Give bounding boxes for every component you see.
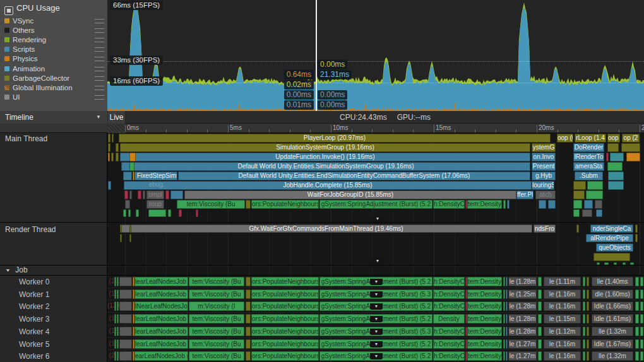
timeline-sample-sliver[interactable] bbox=[165, 190, 169, 199]
timeline-sample-sliver[interactable] bbox=[119, 327, 132, 336]
legend-item-rendering[interactable]: Rendering bbox=[0, 35, 107, 44]
timeline-sample-bar[interactable]: ebug: bbox=[144, 181, 169, 190]
timeline-sample-sliver[interactable] bbox=[608, 181, 624, 190]
timeline-sample-bar[interactable]: ors:PopulateNeighbours bbox=[251, 351, 319, 361]
timeline-sample-bar[interactable]: dle (1.60ms) bbox=[592, 289, 633, 299]
timeline-sample-bar[interactable]: le (1.12m bbox=[544, 327, 581, 336]
timeline-sample-bar[interactable]: tem:Viscosity (Bu bbox=[177, 200, 245, 209]
timeline-sample-bar[interactable]: queObjects bbox=[596, 243, 633, 252]
timeline-sample-sliver[interactable] bbox=[635, 327, 639, 336]
timeline-sample-bar[interactable]: ors:PopulateNeighbours bbox=[251, 277, 319, 286]
timeline-sample-sliver[interactable] bbox=[635, 339, 639, 349]
timeline-sample-bar[interactable]: Present bbox=[532, 162, 556, 171]
timeline-sample-bar[interactable]: h:DensityCa bbox=[433, 277, 465, 286]
timeline-sample-bar[interactable]: tem:Density bbox=[467, 200, 502, 209]
timeline-sample-sliver[interactable] bbox=[593, 253, 630, 261]
legend-item-ui[interactable]: UI bbox=[0, 92, 107, 102]
timeline-sample-bar[interactable]: lRenderTo bbox=[573, 153, 604, 161]
timeline-sample-bar[interactable]: le (1.28m bbox=[508, 327, 537, 336]
timeline-sample-bar[interactable]: ors:PopulateNeighbours bbox=[251, 314, 319, 324]
timeline-sample-bar[interactable]: tem:Viscosity (Bu bbox=[189, 327, 244, 336]
chart-playhead[interactable] bbox=[316, 0, 317, 111]
timeline-sample-bar[interactable]: tem:Viscosity (Bu bbox=[189, 289, 244, 299]
timeline-sample-sliver[interactable] bbox=[635, 301, 639, 311]
timeline-sample-sliver[interactable] bbox=[123, 209, 126, 217]
timeline-sample-sliver[interactable] bbox=[538, 314, 542, 324]
timeline-sample-bar[interactable]: rLoop (1.4 bbox=[575, 134, 606, 143]
timeline-sample-bar[interactable]: ors:PopulateNeighbours bbox=[251, 327, 319, 336]
timeline-sample-sliver[interactable] bbox=[503, 339, 505, 349]
timeline-sample-sliver[interactable] bbox=[506, 314, 508, 324]
timeline-sample-sliver[interactable] bbox=[573, 209, 580, 217]
timeline-sample-bar[interactable]: oop (0 bbox=[607, 134, 620, 143]
timeline-sample-sliver[interactable] bbox=[117, 289, 119, 299]
timeline-sample-sliver[interactable] bbox=[246, 351, 251, 361]
timeline-sample-bar[interactable]: alRenderPipe bbox=[586, 234, 633, 242]
timeline-sample-sliver[interactable] bbox=[148, 209, 166, 217]
timeline-sample-sliver[interactable] bbox=[587, 351, 589, 361]
timeline-sample-sliver[interactable] bbox=[129, 234, 131, 242]
timeline-sample-bar[interactable]: Default World Unity.Entities.SimulationS… bbox=[121, 162, 530, 171]
timeline-sample-sliver[interactable] bbox=[119, 289, 132, 299]
timeline-sample-sliver[interactable] bbox=[196, 209, 198, 217]
timeline-sample-bar[interactable]: gSystem:SpringAdjustment (Burst) (5.2 bbox=[319, 200, 432, 209]
timeline-sample-bar[interactable]: le (1.15m bbox=[544, 314, 581, 324]
collapse-depth-button[interactable]: ▼ bbox=[370, 279, 383, 285]
timeline-sample-bar[interactable]: h:DensityCa bbox=[433, 327, 465, 336]
timeline-sample-bar[interactable]: le (1.27m bbox=[508, 339, 537, 349]
drag-handle-icon[interactable] bbox=[95, 57, 104, 61]
timeline-sample-bar[interactable]: ors:PopulateNeighbours bbox=[251, 200, 319, 209]
timeline-sample-sliver[interactable] bbox=[246, 339, 251, 349]
timeline-sample-bar[interactable]: ors:PopulateNeighbours bbox=[251, 339, 319, 349]
timeline-sample-bar[interactable]: ameraSta bbox=[573, 162, 604, 171]
timeline-sample-bar[interactable]: le (1.16m bbox=[544, 339, 581, 349]
timeline-sample-bar[interactable]: tem:Density bbox=[467, 301, 502, 311]
timeline-sample-sliver[interactable] bbox=[168, 209, 171, 217]
timeline-sample-sliver[interactable] bbox=[112, 134, 114, 143]
timeline-sample-sliver[interactable] bbox=[538, 289, 542, 299]
timeline-sample-bar[interactable]: tem:Density bbox=[467, 277, 502, 286]
timeline-sample-bar[interactable]: ffer.Pl bbox=[516, 190, 534, 199]
collapse-depth-button[interactable]: ▼ bbox=[370, 291, 383, 298]
timeline-sample-bar[interactable]: ompl bbox=[146, 190, 164, 199]
timeline-sample-sliver[interactable] bbox=[114, 339, 116, 349]
collapse-depth-button[interactable]: ▼ bbox=[371, 216, 384, 222]
timeline-sample-sliver[interactable] bbox=[124, 190, 128, 199]
collapse-depth-button[interactable]: ▼ bbox=[370, 329, 383, 335]
timeline-sample-bar[interactable]: atch bbox=[535, 190, 556, 199]
timeline-sample-sliver[interactable] bbox=[573, 190, 585, 199]
timeline-sample-bar[interactable]: ors:PopulateNeighbours ( bbox=[251, 289, 319, 299]
timeline-sample-bar[interactable]: tem:Density bbox=[467, 289, 502, 299]
timeline-sample-sliver[interactable] bbox=[587, 289, 589, 299]
timeline-sample-sliver[interactable] bbox=[635, 225, 638, 233]
job-group-row[interactable]: ▼ Job bbox=[5, 266, 28, 274]
timeline-sample-bar[interactable]: op (2 bbox=[622, 134, 640, 143]
timeline-sample-bar[interactable]: lle (1.40ms bbox=[592, 277, 633, 286]
timeline-sample-sliver[interactable] bbox=[119, 301, 132, 311]
timeline-sample-sliver[interactable] bbox=[583, 301, 585, 311]
timeline-sample-bar[interactable]: Gfx.WaitForGfxCommandsFromMainThread (19… bbox=[120, 225, 532, 233]
timeline-sample-sliver[interactable] bbox=[246, 314, 251, 324]
timeline-sample-sliver[interactable] bbox=[503, 314, 505, 324]
timeline-sample-sliver[interactable] bbox=[573, 181, 586, 190]
timeline-sample-bar[interactable]: tem:Density bbox=[467, 351, 502, 361]
timeline-sample-bar[interactable]: h:DensityCa bbox=[433, 301, 465, 311]
timeline-sample-bar[interactable]: tem:Viscosity (Bu bbox=[189, 277, 244, 286]
timeline-sample-sliver[interactable] bbox=[640, 301, 643, 311]
timeline-sample-sliver[interactable] bbox=[114, 351, 116, 361]
timeline-sample-sliver[interactable] bbox=[583, 351, 585, 361]
timeline-sample-sliver[interactable] bbox=[111, 153, 114, 161]
timeline-sample-sliver[interactable] bbox=[506, 301, 508, 311]
timeline-sample-bar[interactable]: learLeafNodesJob (B bbox=[134, 327, 188, 336]
timeline-sample-bar[interactable]: h:DensityCa bbox=[433, 339, 465, 349]
timeline-sample-sliver[interactable] bbox=[246, 327, 251, 336]
timeline-sample-sliver[interactable] bbox=[125, 200, 130, 209]
timeline-sample-bar[interactable]: lle (1.32m bbox=[592, 327, 633, 336]
timeline-sample-sliver[interactable] bbox=[503, 301, 505, 311]
timeline-sample-sliver[interactable] bbox=[538, 351, 542, 361]
timeline-sample-bar[interactable]: roup bbox=[146, 200, 164, 209]
timeline-sample-sliver[interactable] bbox=[128, 209, 131, 217]
timeline-sample-sliver[interactable] bbox=[586, 190, 603, 199]
timeline-sample-bar[interactable]: oop (0 bbox=[557, 134, 573, 143]
timeline-sample-bar[interactable]: lle (1.32m bbox=[592, 351, 633, 361]
